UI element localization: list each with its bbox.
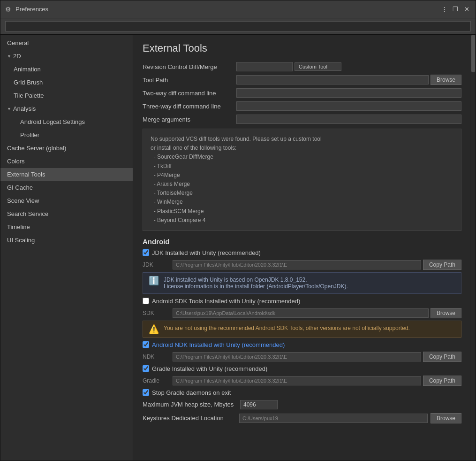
window-controls: ⋮ ❐ ✕ [440, 5, 471, 14]
ndk-copy-path-button[interactable]: Copy Path [423, 352, 461, 362]
tool-path-label: Tool Path [143, 77, 236, 84]
jdk-path-input[interactable] [173, 260, 421, 269]
ndk-checkbox[interactable] [143, 341, 149, 348]
scrollbar[interactable] [471, 35, 476, 461]
gradle-path-label: Gradle [143, 377, 171, 384]
keystores-label: Keystores Dedicated Location [143, 415, 236, 422]
no-vcs-text: No supported VCS diff tools were found. … [151, 136, 322, 223]
window-icon: ⚙ [5, 6, 13, 13]
jdk-checkbox-row: JDK Installed with Unity (recommended) [143, 249, 461, 256]
merge-args-label: Merge arguments [143, 116, 236, 123]
sidebar-item-animation[interactable]: Animation [0, 63, 133, 76]
gradle-checkbox-row: Gradle Installed with Unity (recommended… [143, 365, 461, 372]
gradle-copy-path-button[interactable]: Copy Path [423, 376, 461, 386]
keystores-browse-button[interactable]: Browse [431, 413, 461, 423]
revision-control-label: Revision Control Diff/Merge [143, 63, 236, 70]
three-way-row: Three-way diff command line [143, 100, 461, 112]
gradle-path-row: Gradle Copy Path [143, 375, 461, 386]
sdk-warning-text: You are not using the recommended Androi… [164, 325, 410, 331]
tool-path-input[interactable] [236, 75, 429, 85]
sidebar-item-analysis[interactable]: ▼ Analysis [0, 102, 133, 115]
sidebar-item-grid-brush[interactable]: Grid Brush [0, 76, 133, 89]
scrollbar-thumb[interactable] [471, 35, 475, 72]
android-section-heading: Android [143, 238, 461, 246]
sdk-browse-button[interactable]: Browse [431, 308, 461, 318]
window-title: Preferences [15, 6, 440, 13]
no-vcs-info-box: No supported VCS diff tools were found. … [143, 129, 461, 231]
sidebar-item-cache-server[interactable]: Cache Server (global) [0, 142, 133, 155]
more-options-button[interactable]: ⋮ [440, 5, 448, 14]
expand-icon: ▼ [7, 104, 11, 114]
sdk-path-row: SDK Browse [143, 307, 461, 319]
two-way-input[interactable] [236, 88, 461, 98]
ndk-path-input[interactable] [173, 352, 421, 361]
sdk-path-label: SDK [143, 310, 171, 316]
jdk-info-alert: ℹ️ JDK installed with Unity is based on … [143, 272, 461, 294]
keystores-row: Keystores Dedicated Location Browse [143, 413, 461, 423]
ndk-checkbox-row: Android NDK Installed with Unity (recomm… [143, 341, 461, 348]
main-content: General ▼ 2D Animation Grid Brush Tile P… [0, 35, 476, 461]
tool-path-browse-button[interactable]: Browse [431, 75, 461, 85]
three-way-label: Three-way diff command line [143, 103, 236, 110]
sidebar-item-search-service[interactable]: Search Service [0, 207, 133, 221]
search-wrapper: 🔍 [5, 21, 471, 31]
heap-size-label: Maximum JVM heap size, Mbytes [143, 401, 236, 408]
gradle-checkbox[interactable] [143, 365, 149, 372]
sidebar-item-colors[interactable]: Colors [0, 155, 133, 168]
sidebar: General ▼ 2D Animation Grid Brush Tile P… [0, 35, 133, 461]
sdk-checkbox-label: Android SDK Tools Installed with Unity (… [152, 298, 300, 305]
search-bar: 🔍 [0, 18, 476, 35]
keystores-input[interactable] [239, 414, 428, 423]
three-way-input[interactable] [236, 101, 461, 111]
search-input[interactable] [5, 21, 471, 31]
jdk-path-row: JDK Copy Path [143, 259, 461, 270]
stop-gradle-checkbox[interactable] [143, 389, 149, 396]
heap-size-input[interactable] [240, 400, 278, 409]
merge-args-input[interactable] [236, 115, 461, 124]
info-icon: ℹ️ [149, 277, 159, 285]
restore-button[interactable]: ❐ [451, 5, 460, 14]
heap-size-row: Maximum JVM heap size, Mbytes [143, 399, 461, 410]
two-way-row: Two-way diff command line [143, 87, 461, 99]
two-way-label: Two-way diff command line [143, 90, 236, 97]
ndk-path-row: NDK Copy Path [143, 351, 461, 362]
sidebar-item-tile-palette[interactable]: Tile Palette [0, 89, 133, 102]
sdk-checkbox[interactable] [143, 298, 149, 304]
ndk-path-label: NDK [143, 353, 171, 360]
sdk-path-input[interactable] [173, 308, 429, 318]
sidebar-item-external-tools[interactable]: External Tools [0, 168, 133, 181]
content-inner: External Tools Revision Control Diff/Mer… [133, 35, 471, 461]
sidebar-item-gi-cache[interactable]: GI Cache [0, 181, 133, 194]
jdk-checkbox-label: JDK Installed with Unity (recommended) [152, 249, 261, 256]
merge-args-row: Merge arguments [143, 114, 461, 125]
preferences-window: ⚙ Preferences ⋮ ❐ ✕ 🔍 General ▼ 2D [0, 0, 476, 461]
stop-gradle-row: Stop Gradle daemons on exit [143, 389, 461, 396]
sdk-warning-box: ⚠️ You are not using the recommended And… [143, 321, 461, 338]
stop-gradle-label: Stop Gradle daemons on exit [152, 389, 231, 396]
titlebar: ⚙ Preferences ⋮ ❐ ✕ [0, 0, 476, 18]
revision-control-value: Custom Tool [295, 62, 341, 71]
panel-title: External Tools [143, 42, 461, 54]
content-panel: External Tools Revision Control Diff/Mer… [133, 35, 471, 461]
sidebar-item-profiler[interactable]: Profiler [0, 129, 133, 142]
close-button[interactable]: ✕ [462, 5, 471, 14]
jdk-info-text: JDK installed with Unity is based on Ope… [164, 277, 348, 290]
sidebar-item-ui-scaling[interactable]: UI Scaling [0, 234, 133, 247]
sidebar-item-2d[interactable]: ▼ 2D [0, 50, 133, 63]
jdk-copy-path-button[interactable]: Copy Path [423, 260, 461, 270]
sidebar-item-timeline[interactable]: Timeline [0, 221, 133, 234]
sidebar-item-general[interactable]: General [0, 37, 133, 50]
ndk-checkbox-label[interactable]: Android NDK Installed with Unity (recomm… [152, 341, 285, 348]
sidebar-item-scene-view[interactable]: Scene View [0, 194, 133, 207]
jdk-path-label: JDK [143, 261, 171, 268]
revision-control-input[interactable] [236, 62, 293, 71]
sdk-checkbox-row: Android SDK Tools Installed with Unity (… [143, 298, 461, 305]
expand-icon: ▼ [7, 51, 11, 61]
tool-path-row: Tool Path Browse [143, 74, 461, 85]
sidebar-item-android-logcat[interactable]: Android Logcat Settings [0, 115, 133, 129]
revision-control-row: Revision Control Diff/Merge Custom Tool [143, 61, 461, 72]
warning-icon: ⚠️ [149, 325, 159, 333]
gradle-path-input[interactable] [173, 376, 421, 385]
gradle-checkbox-label: Gradle Installed with Unity (recommended… [152, 365, 267, 372]
jdk-checkbox[interactable] [143, 249, 149, 256]
